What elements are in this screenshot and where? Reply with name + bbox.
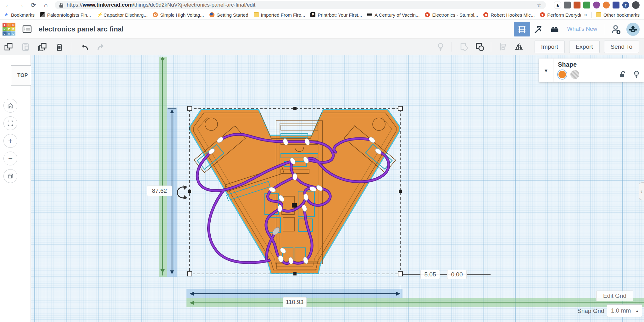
extension-icon[interactable] — [603, 2, 610, 8]
grid-icon — [518, 25, 526, 33]
home-view-button[interactable] — [3, 99, 17, 113]
scale-handle[interactable] — [187, 272, 192, 276]
z-base-field[interactable]: 0.00 — [447, 270, 467, 279]
lightbulb-icon[interactable] — [633, 70, 640, 79]
invite-user-icon[interactable] — [611, 24, 621, 35]
bookmark-item[interactable]: Robert Hookes Mic... — [483, 12, 535, 18]
view-cube[interactable]: TOP — [11, 65, 31, 86]
wire-traces — [197, 134, 389, 264]
hole-swatch[interactable] — [570, 70, 579, 79]
perspective-cube-icon — [7, 173, 14, 180]
vertical-green-ruler[interactable] — [159, 57, 167, 277]
divider — [72, 42, 72, 52]
bookmarks-menu[interactable]: Bookmarks — [4, 12, 35, 18]
shield-extension-icon[interactable] — [593, 2, 600, 8]
design-properties-icon[interactable] — [22, 25, 32, 33]
bookmark-item[interactable]: Electronics - Stumbl... — [425, 12, 478, 18]
zoom-in-button[interactable]: + — [3, 134, 17, 148]
zoom-out-button[interactable]: − — [3, 152, 17, 165]
import-button[interactable]: Import — [535, 41, 565, 53]
duplicate-icon[interactable] — [38, 42, 47, 52]
amazon-extension-icon[interactable]: a — [554, 2, 561, 8]
extension-icon[interactable] — [613, 2, 619, 8]
divider — [591, 12, 592, 18]
favicon — [367, 12, 372, 17]
pcb-shape[interactable] — [190, 109, 400, 274]
bookmark-item[interactable]: Paleontologists Fin... — [40, 12, 91, 18]
horizontal-blue-dimension[interactable] — [186, 285, 402, 298]
snap-grid-select[interactable]: 1.0 mm ▴ — [607, 304, 642, 317]
scale-handle[interactable] — [398, 272, 402, 276]
dashboard-grid-button[interactable] — [514, 22, 530, 36]
facebook-extension-icon[interactable]: f — [622, 2, 629, 8]
bookmark-item[interactable]: Getting Started — [209, 12, 248, 18]
width-dimension-field[interactable]: 110.93 — [283, 297, 307, 307]
bookmark-item[interactable]: Capacitor Discharg... — [96, 12, 147, 18]
robot-avatar-icon — [628, 25, 638, 34]
rotate-handle[interactable] — [177, 186, 187, 199]
3d-viewport[interactable]: TOP + − 87.62 110.93 5.05 0.00 ▼ Shape E… — [0, 55, 644, 322]
design-title[interactable]: electronics panel arc final — [39, 25, 124, 33]
horizontal-green-ruler[interactable] — [186, 298, 644, 307]
edge-scale-handle[interactable] — [293, 107, 297, 110]
app-header: TIN KER CAD electronics panel arc final … — [0, 20, 644, 39]
reload-icon[interactable]: ⟳ — [30, 1, 37, 9]
extension-icon[interactable] — [564, 2, 571, 8]
left-wing-component — [194, 126, 246, 173]
scale-handle[interactable] — [398, 106, 402, 111]
redo-icon[interactable] — [97, 42, 106, 52]
divider — [452, 42, 452, 52]
back-icon[interactable]: ← — [4, 2, 12, 9]
undo-icon[interactable] — [80, 42, 89, 52]
whats-new-link[interactable]: What's New — [567, 26, 597, 32]
ungroup-icon[interactable] — [475, 42, 485, 52]
bookmark-star-icon[interactable]: ☆ — [537, 2, 541, 8]
forward-icon[interactable]: → — [17, 2, 25, 9]
bookmark-item[interactable]: Imported From Fire... — [254, 12, 305, 18]
tinkercad-logo[interactable]: TIN KER CAD — [3, 23, 15, 36]
divider — [605, 24, 605, 35]
bookmark-item[interactable]: Simple High Voltag... — [153, 12, 204, 18]
paste-icon[interactable] — [21, 42, 30, 52]
fit-view-button[interactable] — [3, 116, 17, 130]
panel-collapse-tab[interactable]: ‹ — [639, 182, 644, 200]
unlock-icon[interactable] — [619, 70, 626, 78]
bookmark-item[interactable]: A Century of Vaccin... — [367, 12, 419, 18]
plus-icon: + — [8, 136, 13, 145]
home-icon[interactable]: ⌂ — [42, 2, 50, 9]
lego-brick-icon — [550, 25, 559, 34]
scale-handle[interactable] — [187, 106, 192, 111]
edge-scale-handle[interactable] — [188, 190, 191, 193]
extension-icon[interactable] — [583, 2, 590, 8]
send-to-button[interactable]: Send To — [604, 41, 639, 53]
caret-down-icon: ▼ — [544, 68, 548, 73]
minecraft-export-button[interactable] — [530, 22, 547, 36]
overflow-bookmarks-icon[interactable]: » — [584, 12, 587, 18]
z-height-field[interactable]: 5.05 — [420, 270, 440, 279]
profile-avatar[interactable] — [632, 1, 640, 9]
delete-icon[interactable] — [55, 42, 64, 52]
shape-inspector: ▼ Shape — [539, 58, 644, 82]
edge-scale-handle[interactable] — [293, 272, 297, 275]
url-bar[interactable]: https://www.tinkercad.com/things/dc9d2kN… — [55, 1, 546, 9]
snap-grid-label: Snap Grid — [577, 308, 604, 314]
show-all-icon[interactable] — [436, 42, 445, 52]
brick-export-button[interactable] — [547, 22, 563, 36]
solid-color-swatch[interactable] — [558, 70, 567, 79]
collapse-inspector-button[interactable]: ▼ — [539, 58, 553, 82]
selection-box[interactable] — [177, 106, 402, 276]
mirror-icon[interactable] — [514, 42, 524, 52]
export-button[interactable]: Export — [569, 41, 600, 53]
bookmark-item[interactable]: Printrbot: Your First... — [310, 12, 362, 18]
other-bookmarks[interactable]: Other bookmarks — [596, 12, 640, 18]
account-avatar[interactable] — [626, 23, 640, 36]
edit-grid-button[interactable]: Edit Grid — [596, 291, 633, 301]
extension-icon[interactable] — [574, 2, 580, 8]
copy-icon[interactable] — [4, 42, 13, 52]
edge-scale-handle[interactable] — [399, 190, 402, 193]
align-icon[interactable] — [499, 42, 508, 52]
group-icon[interactable] — [459, 42, 469, 52]
height-dimension-field[interactable]: 87.62 — [147, 186, 172, 196]
extensions-area: a f — [554, 1, 640, 9]
perspective-toggle-button[interactable] — [3, 169, 17, 183]
